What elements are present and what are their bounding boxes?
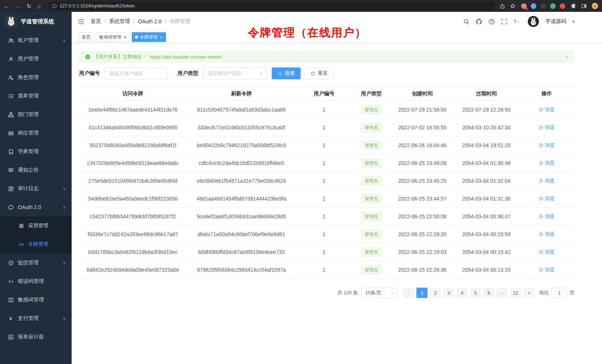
action-cell: 强退 (519, 208, 575, 225)
column-header[interactable]: 创建时间 (391, 87, 454, 101)
info-icon[interactable] (52, 4, 57, 9)
tab-close-icon[interactable]: × (124, 35, 127, 40)
sidebar-item[interactable]: 菜单管理 (0, 87, 72, 105)
breadcrumb-item[interactable]: 系统管理 (109, 18, 138, 25)
tab[interactable]: 首页 × (78, 32, 94, 42)
reload-icon[interactable]: ↻ (27, 3, 32, 9)
force-logout-button[interactable]: 强退 (539, 195, 554, 202)
breadcrumb-item[interactable]: 令牌管理 (170, 18, 190, 25)
split-view-icon[interactable] (581, 3, 587, 9)
tab[interactable]: 令牌管理 × (132, 32, 166, 42)
extension-icon[interactable] (521, 3, 527, 9)
alert-close-icon[interactable]: × (565, 54, 569, 60)
sidebar-item[interactable]: 敏感词管理 (0, 291, 72, 309)
page-button[interactable]: 4 (457, 288, 468, 298)
user-avatar[interactable] (528, 16, 539, 27)
browser-profile-avatar[interactable] (592, 3, 598, 9)
sidebar-item[interactable]: 应用管理 (0, 216, 72, 235)
font-size-icon[interactable]: TT (514, 19, 520, 25)
page-size-select[interactable]: 10条/页 ∨ (361, 288, 397, 298)
url-text: 127.0.0.1:1024/system/oauth2/token (60, 3, 135, 9)
expire-time-cell: 2022-07-29 22:28:50 (454, 101, 519, 119)
goto-page-input[interactable] (552, 288, 567, 298)
sidebar-item[interactable]: 角色管理 (0, 68, 72, 87)
sidebar-item[interactable]: 审计日志 ∨ (0, 179, 72, 198)
sidebar-item[interactable]: 部门管理 (0, 105, 72, 124)
column-header[interactable]: 访问令牌 (79, 87, 187, 101)
sidebar-item[interactable]: OAuth 2.0 ∧ (0, 198, 72, 216)
column-header[interactable]: 过期时间 (454, 87, 519, 101)
alert-doc-link[interactable]: https://doc.iocoder.cn/user-center/ (150, 54, 222, 60)
sidebar-item[interactable]: 字典管理 (0, 142, 72, 161)
breadcrumb-item[interactable]: OAuth 2.0 (138, 19, 170, 24)
force-logout-button[interactable]: 强退 (539, 160, 554, 166)
sidebar-collapse-button[interactable] (78, 18, 85, 25)
sidebar-item[interactable]: 岗位管理 (0, 124, 72, 142)
page-button[interactable]: 12 (510, 288, 521, 298)
table-row: b0d1785bc3a8482f812db4a3f3bd15ec b0df498… (79, 243, 575, 261)
sidebar-item[interactable]: 令牌管理 (0, 235, 72, 254)
errcode-icon (8, 279, 14, 284)
page-button[interactable]: ··· (497, 288, 508, 298)
force-logout-label: 强退 (545, 106, 554, 113)
force-logout-button[interactable]: 强退 (539, 178, 554, 184)
extension-icon[interactable] (560, 3, 565, 9)
next-page-button[interactable]: › (523, 288, 534, 298)
force-logout-button[interactable]: 强退 (539, 249, 554, 255)
tab-close-icon[interactable]: × (160, 35, 163, 40)
page-button[interactable]: 5 (470, 288, 481, 298)
force-logout-button[interactable]: 强退 (539, 213, 554, 220)
expire-time-cell: 2054-03-04 01:35:48 (454, 154, 519, 172)
user-type-select[interactable]: 请选择用户类型 ∨ (203, 67, 267, 79)
sidebar-item[interactable]: 错误码管理 (0, 272, 72, 291)
force-logout-button[interactable]: 强退 (539, 267, 554, 273)
page-button[interactable]: 6 (483, 288, 494, 298)
app-logo[interactable]: 芋道管理系统 (0, 12, 72, 31)
breadcrumb-item[interactable]: 首页 (91, 18, 109, 25)
bookmark-star-icon[interactable] (510, 3, 516, 9)
sidebar-item-label: 菜单管理 (18, 93, 39, 99)
sidebar-item[interactable]: 租户管理 ∨ (0, 31, 72, 50)
extension-icon[interactable] (531, 3, 536, 9)
extensions-puzzle-icon[interactable] (571, 3, 576, 9)
sidebar-item-label: 字典管理 (18, 148, 39, 155)
sidebar-item[interactable]: 通知公告 (0, 161, 72, 179)
search-icon[interactable] (463, 19, 470, 25)
sidebar-item[interactable]: 报表设计器 (0, 328, 72, 346)
page-button[interactable]: 3 (443, 288, 454, 298)
column-header[interactable]: 用户编号 (296, 87, 352, 101)
force-logout-button[interactable]: 强退 (539, 231, 554, 238)
column-header[interactable]: 用户类型 (352, 87, 391, 101)
forward-icon[interactable]: → (15, 3, 21, 9)
caret-down-icon[interactable]: ▾ (572, 19, 575, 24)
page-button[interactable]: 2 (430, 288, 441, 298)
sidebar-item[interactable]: 短信管理 ∨ (0, 254, 72, 272)
sidebar-item[interactable]: 用户管理 (0, 50, 72, 68)
search-button[interactable]: 搜索 (272, 67, 301, 79)
github-icon[interactable] (476, 19, 482, 25)
force-logout-label: 强退 (545, 267, 554, 273)
back-icon[interactable]: ← (4, 3, 9, 9)
prev-page-button[interactable]: ‹ (403, 288, 414, 298)
force-logout-button[interactable]: 强退 (539, 106, 554, 113)
share-icon[interactable] (500, 3, 505, 9)
help-icon[interactable] (488, 19, 495, 25)
column-header[interactable]: 操作 (519, 87, 575, 101)
url-bar[interactable]: 127.0.0.1:1024/system/oauth2/token (48, 1, 495, 10)
force-logout-button[interactable]: 强退 (539, 142, 554, 149)
extension-icon[interactable] (540, 3, 546, 9)
filter-form: 用户编号 用户类型 请选择用户类型 ∨ 搜索 重置 (79, 67, 575, 79)
user-name[interactable]: 芋道源码 (545, 18, 566, 25)
home-icon[interactable]: ⌂ (37, 3, 41, 9)
sidebar-item[interactable]: ¥ 支付管理 ∨ (0, 309, 72, 328)
expire-time-cell: 2054-03-04 00:13:15 (454, 261, 519, 279)
user-id-input[interactable] (105, 67, 168, 79)
force-logout-button[interactable]: 强退 (539, 124, 554, 131)
column-header[interactable]: 刷新令牌 (187, 87, 296, 101)
fullscreen-icon[interactable] (501, 19, 507, 25)
page-button[interactable]: 1 (416, 288, 428, 298)
reset-button[interactable]: 重置 (305, 67, 334, 79)
extension-icon[interactable] (550, 3, 556, 9)
tab[interactable]: 敏感词管理 × (96, 32, 130, 42)
sidebar-item-label: 短信管理 (18, 259, 39, 266)
